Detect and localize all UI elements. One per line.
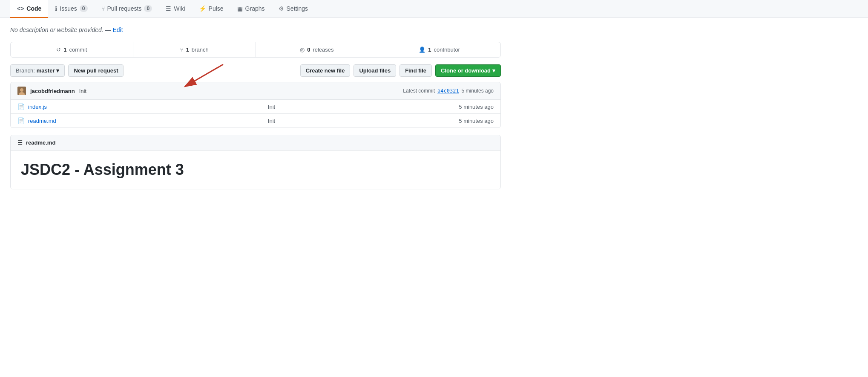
action-left: Branch: master ▾ New pull request — [10, 64, 124, 77]
commit-meta: Latest commit a4c0321 5 minutes ago — [403, 88, 494, 94]
settings-icon: ⚙ — [279, 5, 284, 12]
graphs-icon: ▦ — [237, 5, 243, 12]
pulse-icon: ⚡ — [199, 5, 206, 12]
readme-content: JSDC2 - Assignment 3 — [11, 151, 500, 189]
tab-wiki[interactable]: ☰ Wiki — [159, 0, 192, 18]
file-row: 📄 readme.md Init 5 minutes ago — [11, 114, 500, 128]
readme-icon: ☰ — [17, 139, 23, 146]
tab-code[interactable]: <> Code — [10, 0, 48, 18]
clone-dropdown-icon: ▾ — [492, 67, 495, 74]
contributors-stat[interactable]: 👤 1 contributor — [378, 42, 500, 57]
clone-or-download-button[interactable]: Clone or download ▾ — [435, 64, 501, 77]
branches-stat[interactable]: ⑂ 1 branch — [133, 42, 256, 57]
code-icon: <> — [17, 5, 24, 12]
readme-section: ☰ readme.md JSDC2 - Assignment 3 — [10, 135, 501, 189]
main-content: No description or website provided. — Ed… — [0, 18, 511, 198]
tab-issues[interactable]: ℹ Issues 0 — [48, 0, 94, 18]
svg-point-3 — [20, 88, 23, 92]
avatar-image — [17, 87, 26, 95]
file-icon: 📄 — [17, 117, 25, 124]
create-new-file-button[interactable]: Create new file — [300, 64, 351, 77]
issues-icon: ℹ — [55, 5, 57, 12]
releases-icon: ◎ — [300, 46, 305, 53]
new-pull-request-button[interactable]: New pull request — [68, 64, 124, 77]
edit-description-link[interactable]: Edit — [112, 26, 123, 33]
file-table: jacobdfriedmann Init Latest commit a4c03… — [10, 82, 501, 128]
branch-selector-button[interactable]: Branch: master ▾ — [10, 64, 65, 77]
file-link[interactable]: index.js — [28, 104, 113, 110]
upload-files-button[interactable]: Upload files — [354, 64, 396, 77]
commits-icon: ↺ — [56, 46, 61, 53]
commits-stat[interactable]: ↺ 1 commit — [11, 42, 133, 57]
readme-title: JSDC2 - Assignment 3 — [21, 161, 490, 179]
chevron-down-icon: ▾ — [56, 67, 59, 74]
tab-graphs[interactable]: ▦ Graphs — [230, 0, 272, 18]
tab-pulse[interactable]: ⚡ Pulse — [192, 0, 230, 18]
stats-bar: ↺ 1 commit ⑂ 1 branch ◎ 0 releases 👤 1 c… — [10, 42, 501, 58]
commit-hash-link[interactable]: a4c0321 — [437, 88, 459, 94]
tab-navigation: <> Code ℹ Issues 0 ⑂ Pull requests 0 ☰ W… — [0, 0, 868, 18]
tab-settings[interactable]: ⚙ Settings — [272, 0, 315, 18]
file-row: 📄 index.js Init 5 minutes ago — [11, 100, 500, 114]
repo-description: No description or website provided. — Ed… — [10, 26, 501, 33]
tab-pull-requests[interactable]: ⑂ Pull requests 0 — [95, 0, 159, 18]
branches-icon: ⑂ — [180, 46, 184, 53]
readme-header: ☰ readme.md — [11, 135, 500, 151]
file-icon: 📄 — [17, 103, 25, 110]
pull-requests-badge: 0 — [144, 5, 152, 12]
contributors-icon: 👤 — [419, 46, 425, 53]
wiki-icon: ☰ — [166, 5, 171, 12]
pull-requests-icon: ⑂ — [101, 5, 105, 12]
issues-badge: 0 — [80, 5, 88, 12]
file-link[interactable]: readme.md — [28, 118, 113, 124]
find-file-button[interactable]: Find file — [400, 64, 432, 77]
action-bar: Branch: master ▾ New pull request Create… — [10, 64, 501, 77]
releases-stat[interactable]: ◎ 0 releases — [256, 42, 379, 57]
avatar — [17, 87, 26, 95]
commit-header-row: jacobdfriedmann Init Latest commit a4c03… — [11, 82, 500, 100]
action-right: Create new file Upload files Find file C… — [300, 64, 501, 77]
